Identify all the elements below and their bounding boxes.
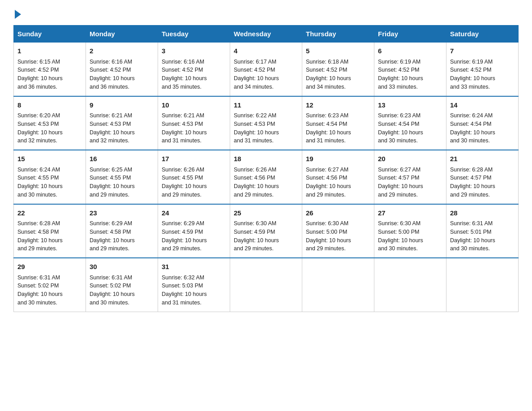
daylight-minutes-text: and 36 minutes. (17, 84, 57, 90)
day-number: 16 (90, 154, 154, 164)
daylight-text: Daylight: 10 hours (162, 129, 207, 136)
calendar-day-cell: 27 Sunrise: 6:30 AM Sunset: 5:00 PM Dayl… (374, 204, 446, 258)
calendar-day-cell: 8 Sunrise: 6:20 AM Sunset: 4:53 PM Dayli… (14, 96, 86, 150)
day-number: 18 (234, 154, 298, 164)
daylight-text: Daylight: 10 hours (234, 75, 279, 81)
daylight-text: Daylight: 10 hours (450, 237, 495, 244)
calendar-empty-cell (230, 258, 302, 312)
calendar-week-row: 8 Sunrise: 6:20 AM Sunset: 4:53 PM Dayli… (14, 96, 519, 150)
sunrise-text: Sunrise: 6:18 AM (306, 59, 348, 65)
sunrise-text: Sunrise: 6:19 AM (378, 59, 420, 65)
daylight-text: Daylight: 10 hours (162, 75, 207, 81)
daylight-minutes-text: and 30 minutes. (378, 245, 418, 252)
calendar-day-cell: 25 Sunrise: 6:30 AM Sunset: 4:59 PM Dayl… (230, 204, 302, 258)
sunrise-text: Sunrise: 6:30 AM (234, 220, 276, 227)
daylight-minutes-text: and 34 minutes. (306, 84, 346, 90)
daylight-text: Daylight: 10 hours (162, 183, 207, 189)
daylight-minutes-text: and 33 minutes. (378, 84, 418, 90)
daylight-text: Daylight: 10 hours (90, 183, 135, 189)
sunrise-text: Sunrise: 6:27 AM (378, 167, 420, 173)
daylight-text: Daylight: 10 hours (450, 183, 495, 189)
sunrise-text: Sunrise: 6:29 AM (162, 220, 204, 227)
calendar-day-cell: 1 Sunrise: 6:15 AM Sunset: 4:52 PM Dayli… (14, 43, 86, 96)
calendar-table: SundayMondayTuesdayWednesdayThursdayFrid… (13, 25, 519, 312)
day-number: 13 (378, 100, 442, 111)
sunset-text: Sunset: 4:58 PM (17, 229, 59, 235)
day-number: 27 (378, 208, 442, 218)
daylight-minutes-text: and 30 minutes. (90, 300, 129, 306)
daylight-minutes-text: and 30 minutes. (378, 137, 418, 144)
calendar-day-cell: 19 Sunrise: 6:27 AM Sunset: 4:56 PM Dayl… (302, 150, 374, 204)
calendar-day-cell: 9 Sunrise: 6:21 AM Sunset: 4:53 PM Dayli… (86, 96, 158, 150)
calendar-day-cell: 18 Sunrise: 6:26 AM Sunset: 4:56 PM Dayl… (230, 150, 302, 204)
sunset-text: Sunset: 5:01 PM (450, 229, 491, 235)
day-number: 3 (162, 46, 226, 56)
calendar-day-cell: 15 Sunrise: 6:24 AM Sunset: 4:55 PM Dayl… (14, 150, 86, 204)
daylight-text: Daylight: 10 hours (90, 237, 135, 244)
sunset-text: Sunset: 4:52 PM (378, 67, 419, 73)
daylight-text: Daylight: 10 hours (90, 129, 135, 136)
daylight-minutes-text: and 33 minutes. (450, 84, 490, 90)
daylight-text: Daylight: 10 hours (306, 183, 351, 189)
sunset-text: Sunset: 4:52 PM (450, 67, 491, 73)
calendar-day-cell: 6 Sunrise: 6:19 AM Sunset: 4:52 PM Dayli… (374, 43, 446, 96)
day-number: 30 (90, 262, 154, 272)
day-number: 9 (90, 100, 154, 111)
day-number: 19 (306, 154, 370, 164)
daylight-text: Daylight: 10 hours (450, 129, 495, 136)
sunrise-text: Sunrise: 6:31 AM (450, 220, 493, 227)
sunrise-text: Sunrise: 6:22 AM (234, 112, 276, 119)
sunset-text: Sunset: 4:56 PM (234, 175, 275, 181)
sunrise-text: Sunrise: 6:24 AM (17, 167, 60, 173)
day-number: 22 (17, 208, 82, 218)
day-number: 31 (162, 262, 226, 272)
sunrise-text: Sunrise: 6:16 AM (162, 59, 204, 65)
sunset-text: Sunset: 4:53 PM (162, 121, 203, 127)
sunset-text: Sunset: 4:53 PM (234, 121, 275, 127)
day-number: 7 (450, 46, 515, 56)
day-number: 6 (378, 46, 442, 56)
day-number: 11 (234, 100, 298, 111)
sunset-text: Sunset: 5:02 PM (90, 283, 131, 289)
calendar-empty-cell (374, 258, 446, 312)
daylight-minutes-text: and 34 minutes. (234, 84, 274, 90)
sunset-text: Sunset: 5:00 PM (378, 229, 419, 235)
day-number: 25 (234, 208, 298, 218)
sunset-text: Sunset: 4:54 PM (306, 121, 347, 127)
sunrise-text: Sunrise: 6:31 AM (90, 274, 132, 281)
sunset-text: Sunset: 4:57 PM (450, 175, 491, 181)
daylight-minutes-text: and 29 minutes. (17, 245, 57, 252)
sunrise-text: Sunrise: 6:20 AM (17, 112, 60, 119)
calendar-header-row: SundayMondayTuesdayWednesdayThursdayFrid… (14, 26, 519, 43)
calendar-day-cell: 16 Sunrise: 6:25 AM Sunset: 4:55 PM Dayl… (86, 150, 158, 204)
sunrise-text: Sunrise: 6:17 AM (234, 59, 276, 65)
calendar-day-cell: 30 Sunrise: 6:31 AM Sunset: 5:02 PM Dayl… (86, 258, 158, 312)
day-number: 20 (378, 154, 442, 164)
daylight-minutes-text: and 30 minutes. (450, 137, 490, 144)
daylight-minutes-text: and 29 minutes. (234, 192, 274, 198)
daylight-text: Daylight: 10 hours (17, 291, 63, 297)
sunrise-text: Sunrise: 6:32 AM (162, 274, 204, 281)
calendar-empty-cell (302, 258, 374, 312)
sunset-text: Sunset: 4:55 PM (90, 175, 131, 181)
sunset-text: Sunset: 4:53 PM (17, 121, 59, 127)
daylight-minutes-text: and 31 minutes. (162, 300, 202, 306)
daylight-minutes-text: and 31 minutes. (306, 137, 346, 144)
calendar-day-cell: 4 Sunrise: 6:17 AM Sunset: 4:52 PM Dayli… (230, 43, 302, 96)
daylight-minutes-text: and 29 minutes. (306, 245, 346, 252)
sunrise-text: Sunrise: 6:30 AM (378, 220, 420, 227)
day-number: 10 (162, 100, 226, 111)
daylight-minutes-text: and 36 minutes. (90, 84, 129, 90)
calendar-day-header: Sunday (14, 26, 86, 43)
calendar-day-cell: 14 Sunrise: 6:24 AM Sunset: 4:54 PM Dayl… (446, 96, 519, 150)
calendar-day-cell: 29 Sunrise: 6:31 AM Sunset: 5:02 PM Dayl… (14, 258, 86, 312)
daylight-minutes-text: and 29 minutes. (306, 192, 346, 198)
calendar-empty-cell (446, 258, 519, 312)
sunrise-text: Sunrise: 6:27 AM (306, 167, 348, 173)
calendar-day-header: Wednesday (230, 26, 302, 43)
daylight-text: Daylight: 10 hours (450, 75, 495, 81)
sunrise-text: Sunrise: 6:26 AM (162, 167, 204, 173)
daylight-text: Daylight: 10 hours (17, 75, 63, 81)
day-number: 23 (90, 208, 154, 218)
sunrise-text: Sunrise: 6:26 AM (234, 167, 276, 173)
